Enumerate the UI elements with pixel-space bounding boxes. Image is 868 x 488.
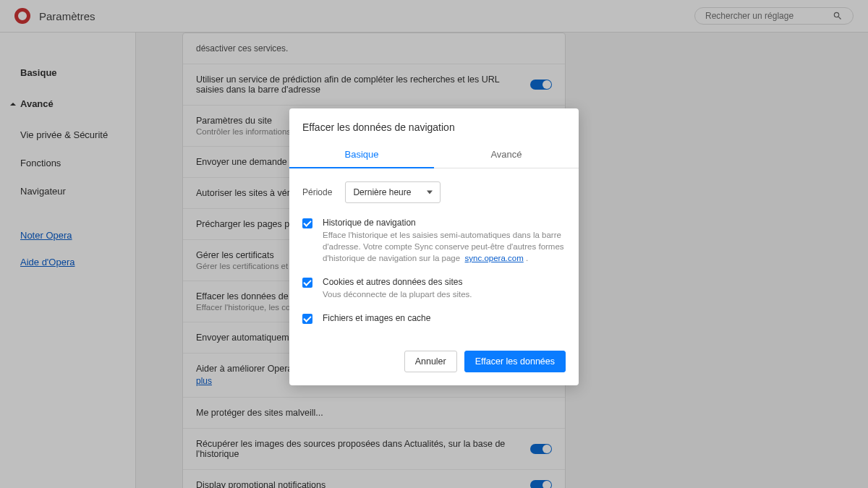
- check-desc: Vous déconnecte de la plupart des sites.: [323, 288, 472, 300]
- tab-basic[interactable]: Basique: [289, 142, 434, 168]
- modal-overlay[interactable]: Effacer les données de navigation Basiqu…: [0, 0, 868, 488]
- check-title: Cookies et autres données des sites: [323, 277, 472, 287]
- dialog-title: Effacer les données de navigation: [289, 108, 579, 142]
- checkbox-cache[interactable]: [302, 314, 312, 324]
- period-label: Période: [302, 187, 332, 197]
- period-value: Dernière heure: [353, 187, 411, 197]
- period-select[interactable]: Dernière heure: [345, 181, 441, 203]
- clear-data-dialog: Effacer les données de navigation Basiqu…: [289, 108, 579, 385]
- dialog-tabs: Basique Avancé: [289, 142, 579, 168]
- check-title: Historique de navigation: [323, 218, 566, 228]
- check-title: Fichiers et images en cache: [323, 313, 430, 323]
- clear-data-button[interactable]: Effacer les données: [464, 351, 566, 372]
- tab-advanced[interactable]: Avancé: [434, 142, 579, 168]
- dropdown-caret-icon: [427, 191, 433, 194]
- check-item-cookies: Cookies et autres données des sites Vous…: [302, 277, 566, 300]
- dialog-footer: Annuler Effacer les données: [289, 351, 579, 385]
- check-desc: Efface l'historique et les saisies semi-…: [323, 229, 566, 264]
- checkbox-history[interactable]: [302, 218, 312, 228]
- sync-link[interactable]: sync.opera.com: [465, 254, 524, 262]
- check-item-history: Historique de navigation Efface l'histor…: [302, 218, 566, 264]
- checkbox-cookies[interactable]: [302, 278, 312, 288]
- dialog-body: Période Dernière heure Historique de nav…: [289, 168, 579, 351]
- cancel-button[interactable]: Annuler: [404, 351, 457, 372]
- period-row: Période Dernière heure: [302, 181, 566, 203]
- check-item-cache: Fichiers et images en cache: [302, 313, 566, 325]
